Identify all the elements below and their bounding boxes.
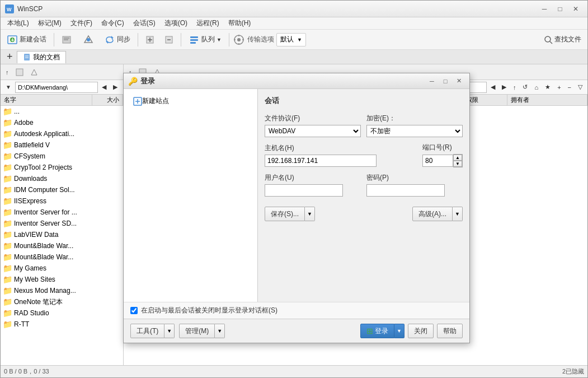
manage-group: 管理(M) ▼ (179, 324, 225, 338)
advanced-button[interactable]: 高级(A)... (412, 207, 453, 221)
save-button[interactable]: 保存(S)... (265, 207, 305, 221)
right-header-owner[interactable]: 拥有者 (507, 95, 587, 105)
session-tab-documents[interactable]: 我的文档 (17, 51, 66, 63)
file-item-adobe[interactable]: 📁 Adobe (1, 117, 123, 128)
left-address-input[interactable] (15, 82, 98, 93)
file-item-cfsystem[interactable]: 📁 CFSystem (1, 151, 123, 162)
right-nav-refresh[interactable]: ↺ (520, 81, 530, 94)
left-toolbar-btn-2[interactable] (27, 66, 41, 78)
port-down-button[interactable]: ▼ (453, 161, 462, 167)
dialog-close-button[interactable]: ✕ (453, 76, 465, 86)
left-toolbar-btn-1[interactable] (13, 66, 26, 78)
file-item-onenote[interactable]: 📁 OneNote 笔记本 (1, 296, 123, 307)
encryption-select[interactable]: 不加密 (366, 125, 463, 137)
file-item-inventor-server[interactable]: 📁 Inventor Server for ... (1, 207, 123, 218)
left-file-list: 📁 ... 📁 Adobe 📁 Autodesk Applicati... 📁 … (1, 106, 123, 365)
file-name-1: Autodesk Applicati... (14, 130, 121, 138)
file-item-inventor-server-sd[interactable]: 📁 Inventor Server SD... (1, 218, 123, 229)
advanced-dropdown-button[interactable]: ▼ (453, 207, 463, 221)
right-nav-minus[interactable]: − (565, 81, 574, 94)
menu-options[interactable]: 选项(O) (160, 17, 192, 29)
dialog-maximize-button[interactable]: □ (439, 76, 451, 86)
minimize-button[interactable]: ─ (537, 3, 552, 15)
file-item-nexus[interactable]: 📁 Nexus Mod Manag... (1, 285, 123, 296)
file-name-7: IISExpress (14, 197, 121, 205)
file-item-downloads[interactable]: 📁 Downloads (1, 173, 123, 184)
file-item-battlefield[interactable]: 📁 Battlefield V (1, 139, 123, 151)
file-name-0: Adobe (14, 119, 121, 127)
dialog-minimize-button[interactable]: ─ (426, 76, 438, 86)
hostname-input[interactable] (265, 155, 377, 167)
left-up-button[interactable]: ↑ (3, 66, 12, 78)
file-item-autodesk[interactable]: 📁 Autodesk Applicati... (1, 128, 123, 139)
find-files-button[interactable]: 查找文件 (540, 32, 585, 48)
right-nav-bookmarks[interactable]: ★ (542, 81, 553, 94)
protocol-select[interactable]: WebDAV (265, 125, 361, 137)
encryption-label: 加密(E)： (366, 114, 463, 123)
menu-file[interactable]: 文件(F) (66, 17, 97, 29)
username-input[interactable] (265, 184, 343, 197)
right-nav-extra[interactable]: + (554, 81, 563, 94)
right-nav-filter[interactable]: ▽ (575, 81, 585, 94)
help-button[interactable]: 帮助 (437, 324, 463, 338)
menu-command[interactable]: 命令(C) (97, 17, 129, 29)
new-session-tab-button[interactable]: + (3, 49, 17, 65)
toolbar-small-2[interactable] (161, 32, 177, 48)
menu-remote[interactable]: 远程(R) (192, 17, 224, 29)
toolbar-small-1[interactable] (142, 32, 158, 48)
new-session-button[interactable]: + 新建会话 (3, 32, 50, 48)
toolbar-icon-btn-1[interactable] (58, 32, 77, 48)
tree-item-new-site[interactable]: 新建站点 (128, 94, 253, 109)
file-item-cryptool[interactable]: 📁 CrypTool 2 Projects (1, 162, 123, 173)
close-button[interactable]: ✕ (568, 3, 583, 15)
right-nav-up[interactable]: ↑ (510, 81, 519, 94)
folder-icon-18: 📁 (3, 320, 12, 329)
encryption-combo: 不加密 (366, 125, 463, 137)
file-item-idm[interactable]: 📁 IDM Computer Sol... (1, 184, 123, 195)
file-item-mount2[interactable]: 📁 Mount&Blade War... (1, 251, 123, 263)
manage-dropdown-button[interactable]: ▼ (215, 324, 225, 338)
sync-button[interactable]: 同步 (100, 32, 134, 48)
save-dropdown-button[interactable]: ▼ (305, 207, 315, 221)
transfer-dropdown[interactable]: 默认 ▼ (276, 33, 306, 46)
maximize-button[interactable]: □ (553, 3, 567, 15)
menu-local[interactable]: 本地(L) (3, 17, 34, 29)
left-header-name[interactable]: 名字 (1, 95, 92, 105)
svg-text:+: + (11, 37, 15, 43)
file-item-mount1[interactable]: 📁 Mount&Blade War... (1, 240, 123, 251)
password-input[interactable] (366, 184, 445, 197)
right-nav-back[interactable]: ◀ (488, 81, 498, 94)
session-tab-icon (23, 53, 31, 61)
tools-button[interactable]: 工具(T) (130, 324, 164, 338)
dialog-body: 新建站点 会话 文件协议(F) WebDAV (124, 89, 469, 302)
file-item-iisexpress[interactable]: 📁 IISExpress (1, 195, 123, 207)
right-nav-home[interactable]: ⌂ (531, 81, 541, 94)
toolbar-icon-btn-2[interactable] (79, 32, 98, 48)
show-login-checkbox[interactable] (130, 307, 138, 314)
file-item-parent[interactable]: 📁 ... (1, 106, 123, 117)
menu-help[interactable]: 帮助(H) (224, 17, 256, 29)
right-nav-forward[interactable]: ▶ (499, 81, 509, 94)
tools-dropdown-button[interactable]: ▼ (164, 324, 175, 338)
left-header-size[interactable]: 大小 (92, 95, 123, 105)
port-up-button[interactable]: ▲ (453, 155, 462, 161)
hostname-label: 主机名(H) (265, 143, 417, 153)
login-button[interactable]: ⊞ 登录 (360, 324, 394, 338)
menu-mark[interactable]: 标记(M) (34, 17, 66, 29)
file-name-15: Nexus Mod Manag... (14, 287, 121, 295)
left-address-dropdown[interactable]: ▼ (3, 81, 14, 94)
left-nav-back[interactable]: ◀ (99, 81, 109, 94)
file-item-rad[interactable]: 📁 RAD Studio (1, 307, 123, 319)
login-dropdown-button[interactable]: ▼ (394, 324, 404, 338)
menu-session[interactable]: 会话(S) (129, 17, 160, 29)
file-item-rtt[interactable]: 📁 R-TT (1, 319, 123, 330)
port-input[interactable] (422, 155, 453, 167)
queue-button[interactable]: 队列 ▼ (185, 32, 225, 48)
main-toolbar: + 新建会话 同步 (1, 30, 587, 50)
file-item-my-games[interactable]: 📁 My Games (1, 263, 123, 274)
left-nav-forward[interactable]: ▶ (110, 81, 120, 94)
manage-button[interactable]: 管理(M) (179, 324, 215, 338)
close-dialog-button[interactable]: 关闭 (408, 324, 434, 338)
file-item-labview[interactable]: 📁 LabVIEW Data (1, 229, 123, 240)
file-item-my-web[interactable]: 📁 My Web Sites (1, 274, 123, 285)
